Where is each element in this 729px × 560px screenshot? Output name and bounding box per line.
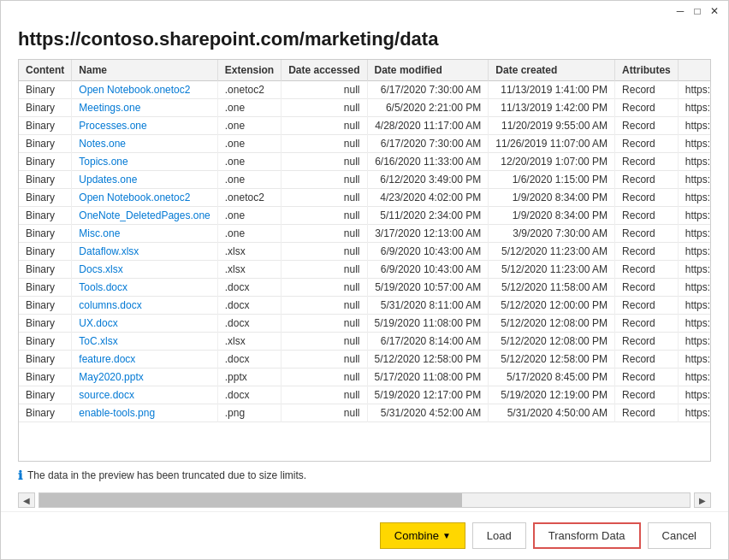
col-extension: Extension (217, 60, 281, 81)
col-attributes: Attributes (615, 60, 679, 81)
table-container: Content Name Extension Date accessed Dat… (1, 59, 728, 462)
close-button[interactable]: ✕ (708, 4, 721, 18)
table-row[interactable]: BinaryMay2020.pptx.pptxnull5/17/2020 11:… (19, 368, 710, 386)
info-message: The data in the preview has been truncat… (27, 469, 306, 481)
transform-data-button[interactable]: Transform Data (533, 522, 641, 549)
info-bar: ℹ The data in the preview has been trunc… (1, 462, 728, 489)
table-row[interactable]: Binaryfeature.docx.docxnull5/12/2020 12:… (19, 351, 710, 368)
table-row[interactable]: BinaryMisc.one.onenull3/17/2020 12:13:00… (19, 225, 710, 243)
table-row[interactable]: BinaryUpdates.one.onenull6/12/2020 3:49:… (19, 171, 710, 189)
data-table: Content Name Extension Date accessed Dat… (19, 60, 710, 422)
table-row[interactable]: BinaryDataflow.xlsx.xlsxnull6/9/2020 10:… (19, 243, 710, 261)
combine-button[interactable]: Combine ▼ (380, 522, 465, 549)
info-icon: ℹ (18, 469, 22, 482)
table-row[interactable]: BinaryOneNote_DeletedPages.one.onenull5/… (19, 207, 710, 225)
scroll-track[interactable] (39, 492, 690, 508)
table-row[interactable]: BinaryDocs.xlsx.xlsxnull6/9/2020 10:43:0… (19, 261, 710, 279)
col-date-accessed: Date accessed (282, 60, 367, 81)
maximize-button[interactable]: □ (690, 4, 704, 18)
table-row[interactable]: BinaryOpen Notebook.onetoc2.onetoc2null6… (19, 81, 710, 99)
footer: Combine ▼ Load Transform Data Cancel (1, 511, 728, 559)
table-row[interactable]: BinaryMeetings.one.onenull6/5/2020 2:21:… (19, 99, 710, 117)
table-row[interactable]: BinaryProcesses.one.onenull4/28/2020 11:… (19, 117, 710, 135)
main-window: ─ □ ✕ https://contoso.sharepoint.com/mar… (0, 0, 729, 560)
table-row[interactable]: BinaryTools.docx.docxnull5/19/2020 10:57… (19, 279, 710, 297)
title-bar: ─ □ ✕ (1, 1, 728, 21)
table-row[interactable]: Binarycolumns.docx.docxnull5/31/2020 8:1… (19, 297, 710, 315)
table-scroll-area[interactable]: Content Name Extension Date accessed Dat… (19, 60, 710, 461)
table-row[interactable]: BinaryOpen Notebook.onetoc2.onetoc2null4… (19, 189, 710, 207)
combine-dropdown-arrow: ▼ (442, 531, 451, 540)
horizontal-scrollbar[interactable]: ◀ ▶ (1, 489, 728, 511)
col-date-modified: Date modified (367, 60, 489, 81)
col-url (678, 60, 710, 81)
cancel-button[interactable]: Cancel (648, 522, 711, 549)
col-date-created: Date created (489, 60, 615, 81)
table-outer: Content Name Extension Date accessed Dat… (18, 59, 711, 462)
scroll-right-arrow[interactable]: ▶ (694, 492, 711, 508)
scroll-left-arrow[interactable]: ◀ (18, 492, 35, 508)
load-button[interactable]: Load (472, 522, 526, 549)
table-row[interactable]: Binarysource.docx.docxnull5/19/2020 12:1… (19, 386, 710, 404)
table-row[interactable]: Binaryenable-tools.png.pngnull5/31/2020 … (19, 404, 710, 422)
minimize-button[interactable]: ─ (673, 4, 687, 18)
table-row[interactable]: BinaryUX.docx.docxnull5/19/2020 11:08:00… (19, 315, 710, 333)
combine-label: Combine (394, 529, 439, 542)
table-row[interactable]: BinaryNotes.one.onenull6/17/2020 7:30:00… (19, 135, 710, 153)
page-url: https://contoso.sharepoint.com/marketing… (1, 21, 728, 59)
table-row[interactable]: BinaryToC.xlsx.xlsxnull6/17/2020 8:14:00… (19, 333, 710, 351)
scroll-thumb[interactable] (39, 493, 462, 507)
col-name: Name (72, 60, 217, 81)
table-row[interactable]: BinaryTopics.one.onenull6/16/2020 11:33:… (19, 153, 710, 171)
col-content: Content (19, 60, 72, 81)
table-header-row: Content Name Extension Date accessed Dat… (19, 60, 710, 81)
